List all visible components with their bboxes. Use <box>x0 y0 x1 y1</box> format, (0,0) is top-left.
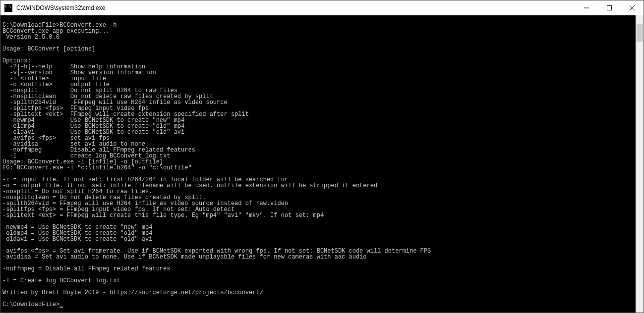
minimize-button[interactable] <box>575 0 598 15</box>
terminal-output[interactable]: C:\DownloadFile>BCConvert.exe -h BCConve… <box>0 15 636 313</box>
window-title: C:\WINDOWS\system32\cmd.exe <box>16 4 575 11</box>
cmd-window: C:\WINDOWS\system32\cmd.exe C:\DownloadF… <box>0 0 644 313</box>
titlebar[interactable]: C:\WINDOWS\system32\cmd.exe <box>0 0 644 15</box>
close-icon <box>630 5 635 10</box>
minimize-icon <box>584 5 589 10</box>
maximize-button[interactable] <box>598 0 621 15</box>
window-controls <box>575 0 644 15</box>
close-button[interactable] <box>621 0 644 15</box>
cmd-icon <box>4 4 12 12</box>
svg-rect-1 <box>607 5 612 10</box>
terminal-container: C:\DownloadFile>BCConvert.exe -h BCConve… <box>0 15 644 313</box>
vertical-scrollbar[interactable] <box>636 15 644 313</box>
terminal-cursor <box>59 307 63 308</box>
scrollbar-thumb[interactable] <box>637 24 643 42</box>
maximize-icon <box>607 5 612 10</box>
